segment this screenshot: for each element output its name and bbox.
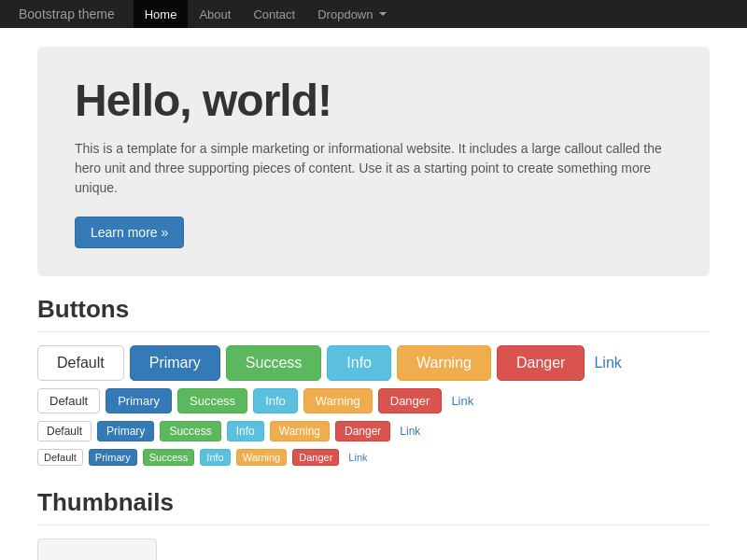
jumbotron-body: This is a template for a simple marketin… — [75, 139, 672, 198]
button-row-md: Default Primary Success Info Warning Dan… — [37, 388, 710, 413]
btn-default-sm[interactable]: Default — [37, 421, 92, 441]
thumbnails-section-title: Thumbnails — [37, 488, 710, 525]
btn-default-xs[interactable]: Default — [37, 449, 83, 466]
btn-success-md[interactable]: Success — [177, 388, 247, 413]
nav-items: Home About Contact Dropdown — [134, 0, 399, 28]
main-content: Hello, world! This is a template for a s… — [19, 28, 728, 560]
btn-danger-md[interactable]: Danger — [378, 388, 443, 413]
btn-danger-xs[interactable]: Danger — [292, 449, 339, 466]
btn-warning-lg[interactable]: Warning — [397, 345, 491, 381]
nav-item-dropdown[interactable]: Dropdown — [306, 0, 398, 28]
btn-info-sm[interactable]: Info — [227, 421, 264, 441]
nav-item-about[interactable]: About — [188, 0, 242, 28]
buttons-section-title: Buttons — [37, 295, 710, 332]
nav-item-home[interactable]: Home — [134, 0, 189, 28]
btn-primary-lg[interactable]: Primary — [130, 345, 220, 381]
jumbotron: Hello, world! This is a template for a s… — [37, 47, 710, 276]
btn-default-md[interactable]: Default — [37, 388, 100, 413]
jumbotron-heading: Hello, world! — [75, 75, 672, 126]
btn-info-lg[interactable]: Info — [327, 345, 391, 381]
chevron-down-icon — [379, 12, 387, 16]
btn-success-xs[interactable]: Success — [143, 449, 195, 466]
btn-primary-sm[interactable]: Primary — [97, 421, 154, 441]
btn-link-lg[interactable]: Link — [590, 346, 640, 380]
thumbnails-section: Thumbnails 200x200 — [37, 488, 710, 560]
btn-warning-xs[interactable]: Warning — [236, 449, 288, 466]
btn-info-md[interactable]: Info — [253, 388, 298, 413]
btn-warning-md[interactable]: Warning — [303, 388, 373, 413]
buttons-section: Buttons Default Primary Success Info War… — [37, 295, 710, 466]
navbar-brand[interactable]: Bootstrap theme — [19, 7, 115, 21]
btn-default-lg[interactable]: Default — [37, 345, 124, 381]
btn-link-md[interactable]: Link — [447, 389, 485, 413]
btn-primary-xs[interactable]: Primary — [89, 449, 137, 466]
btn-success-lg[interactable]: Success — [226, 345, 321, 381]
learn-more-button[interactable]: Learn more » — [75, 217, 184, 248]
btn-info-xs[interactable]: Info — [200, 449, 230, 466]
navbar: Bootstrap theme Home About Contact Dropd… — [0, 0, 747, 28]
nav-item-contact[interactable]: Contact — [242, 0, 306, 28]
btn-danger-lg[interactable]: Danger — [497, 345, 585, 381]
btn-warning-sm[interactable]: Warning — [270, 421, 330, 441]
btn-link-xs[interactable]: Link — [345, 450, 373, 465]
btn-success-sm[interactable]: Success — [160, 421, 220, 441]
btn-primary-md[interactable]: Primary — [106, 388, 172, 413]
thumbnail-item[interactable]: 200x200 — [37, 539, 157, 560]
button-row-lg: Default Primary Success Info Warning Dan… — [37, 345, 710, 381]
button-row-xs: Default Primary Success Info Warning Dan… — [37, 449, 710, 466]
btn-link-sm[interactable]: Link — [396, 422, 429, 441]
btn-danger-sm[interactable]: Danger — [335, 421, 390, 441]
button-row-sm: Default Primary Success Info Warning Dan… — [37, 421, 710, 441]
